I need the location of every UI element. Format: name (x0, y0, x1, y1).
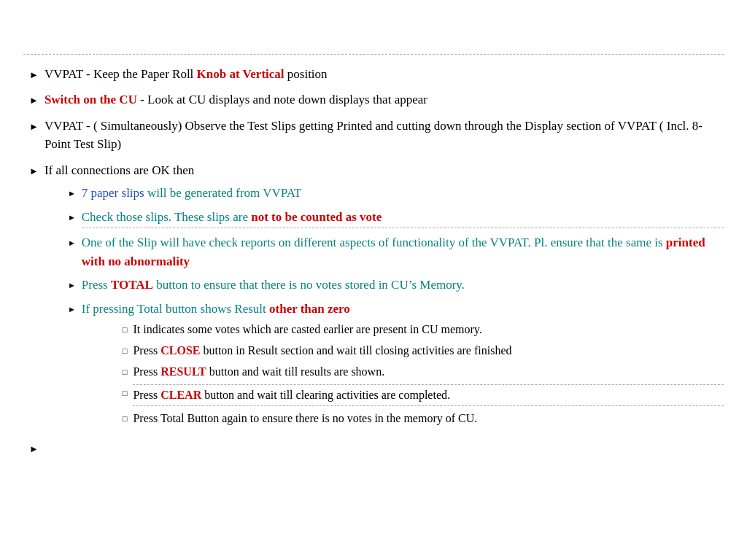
grand-li-content: Press CLEAR button and wait till clearin… (133, 384, 724, 406)
list-item-3: ►VVPAT - ( Simultaneously) Observe the T… (29, 117, 724, 154)
bullet-arrow: ► (29, 93, 39, 108)
sub-li-content: If pressing Total button shows Result ot… (82, 300, 724, 432)
list-item-1: ►VVPAT - Keep the Paper Roll Knob at Ver… (29, 65, 724, 84)
sub-list-item-2: ►Check those slips. These slips are not … (68, 208, 724, 229)
li-content: VVPAT - ( Simultaneously) Observe the Te… (44, 117, 724, 154)
grand-list-item-1: □It indicates some votes which are caste… (123, 321, 724, 338)
grand-list-item-4: □Press CLEAR button and wait till cleari… (123, 384, 724, 406)
main-list: ►VVPAT - Keep the Paper Roll Knob at Ver… (23, 65, 724, 437)
li-content: Switch on the CU - Look at CU displays a… (44, 90, 724, 109)
grand-li-content: Press Total Button again to ensure there… (133, 410, 724, 427)
sub-list-item-4: ►Press TOTAL button to ensure that there… (68, 276, 724, 295)
grand-list-item-2: □Press CLOSE button in Result section an… (123, 342, 724, 359)
square-bullet: □ (123, 413, 128, 425)
sub-bullet-arrow: ► (68, 303, 76, 316)
sub-bullet-arrow: ► (68, 211, 76, 224)
sub-list-4: ►7 paper slips will be generated from VV… (44, 184, 724, 431)
sub-list-item-3: ►One of the Slip will have check reports… (68, 233, 724, 271)
li-content: VVPAT - Keep the Paper Roll Knob at Vert… (44, 65, 724, 84)
grand-list-item-3: □Press RESULT button and wait till resul… (123, 363, 724, 381)
square-bullet: □ (123, 366, 128, 378)
main-title (23, 18, 724, 42)
sub-bullet-arrow: ► (68, 279, 76, 292)
li-content: If all connections are OK then►7 paper s… (44, 161, 724, 437)
sub-li-content: Check those slips. These slips are not t… (82, 208, 724, 229)
list-item-2: ►Switch on the CU - Look at CU displays … (29, 90, 724, 109)
grand-li-content: Press RESULT button and wait till result… (133, 363, 724, 381)
sub-list-item-5: ►If pressing Total button shows Result o… (68, 300, 724, 432)
list-item-4: ►If all connections are OK then►7 paper … (29, 161, 724, 437)
sub-li-content: 7 paper slips will be generated from VVP… (82, 184, 724, 203)
bottom-arrow-row: ► (23, 443, 724, 455)
grand-li-content: Press CLOSE button in Result section and… (133, 342, 724, 359)
square-bullet: □ (123, 387, 128, 400)
bottom-arrow-icon: ► (29, 443, 39, 455)
sub-bullet-arrow: ► (68, 237, 76, 249)
bullet-arrow: ► (29, 120, 39, 134)
sub-list-item-1: ►7 paper slips will be generated from VV… (68, 184, 724, 203)
sub-li-content: Press TOTAL button to ensure that there … (82, 276, 724, 295)
bullet-arrow: ► (29, 164, 39, 179)
grand-list-item-5: □Press Total Button again to ensure ther… (123, 410, 724, 427)
subtitle (23, 50, 724, 55)
bullet-arrow: ► (29, 68, 39, 82)
square-bullet: □ (123, 324, 128, 336)
grand-list: □It indicates some votes which are caste… (82, 321, 724, 427)
grand-li-content: It indicates some votes which are casted… (133, 321, 724, 338)
sub-li-content: One of the Slip will have check reports … (82, 233, 724, 271)
sub-bullet-arrow: ► (68, 187, 76, 200)
square-bullet: □ (123, 345, 128, 357)
